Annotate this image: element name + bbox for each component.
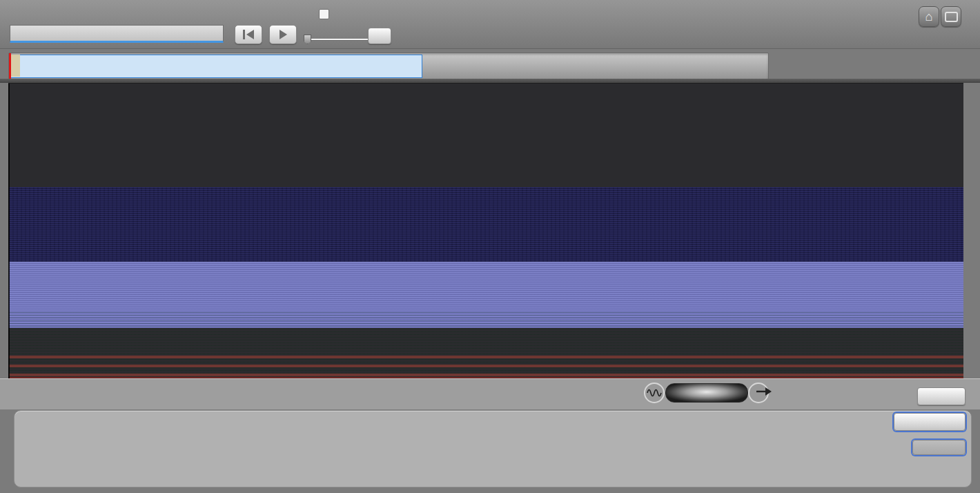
spectrogram-red-streak [8, 365, 963, 367]
playhead-line [8, 84, 10, 379]
ioi-button[interactable] [912, 440, 966, 455]
overview-strip[interactable] [8, 52, 769, 80]
reset-button[interactable] [368, 28, 391, 44]
spectrogram-green-texture [8, 311, 963, 379]
spectrogram-red-streak [8, 374, 963, 376]
home-icon[interactable]: ⌂ [919, 6, 939, 27]
spectrogram-red-streak [8, 356, 963, 358]
play-icon [280, 30, 287, 39]
monitor-icon[interactable] [941, 6, 961, 27]
status-strip [0, 378, 980, 409]
screenshot-button[interactable] [917, 387, 966, 405]
filename-input[interactable] [10, 25, 224, 43]
wave-zoom-out-icon[interactable] [644, 383, 665, 403]
speed-slider-thumb[interactable] [304, 35, 311, 44]
spectrogram-canvas[interactable] [8, 83, 963, 380]
top-toolbar: ⌂ [0, 0, 980, 49]
wave-zoom-slider[interactable] [665, 383, 748, 403]
scroll-arrow-icon[interactable] [756, 386, 773, 400]
overview-waveform [10, 55, 422, 76]
overview-selection[interactable] [9, 55, 422, 78]
bottom-panel [14, 410, 972, 487]
share-screenshot-button[interactable] [894, 413, 966, 431]
overview-playhead[interactable] [9, 53, 11, 79]
rewind-icon [243, 30, 245, 39]
vmus-app: ⌂ [0, 0, 980, 493]
rewind-button[interactable] [235, 25, 262, 44]
page-turn-checkbox[interactable] [319, 9, 329, 19]
speed-slider[interactable] [304, 39, 368, 40]
play-button[interactable] [269, 25, 297, 44]
